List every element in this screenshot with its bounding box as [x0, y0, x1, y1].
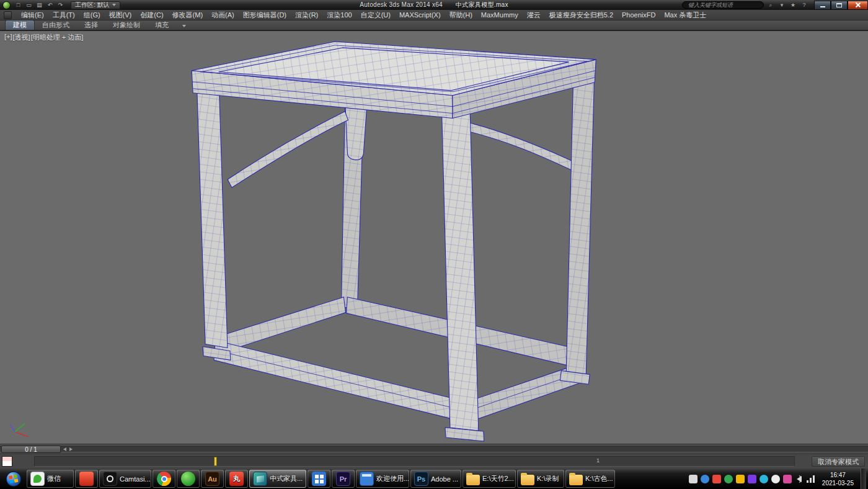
task-green-app[interactable] [177, 470, 200, 488]
viewport-shading-menu[interactable]: [明暗处理 + 边面] [31, 33, 84, 42]
app-button-icon[interactable] [4, 11, 12, 19]
stool-model[interactable] [192, 42, 596, 441]
green-app-icon [181, 472, 195, 486]
previous-frame-icon[interactable] [63, 447, 66, 451]
next-frame-icon[interactable] [69, 447, 73, 451]
menu-modifiers[interactable]: 修改器(M) [168, 10, 208, 20]
menu-slim-archive[interactable]: 极速瘦身安全归档5.2 [545, 10, 618, 20]
menu-maxmummy[interactable]: MaxMummy [477, 10, 523, 20]
track-bar[interactable] [34, 456, 795, 467]
menu-views[interactable]: 视图(V) [105, 10, 136, 20]
sign-in-icon[interactable] [777, 1, 786, 9]
viewport-label: [+] [透视] [明暗处理 + 边面] [4, 33, 83, 42]
menu-group[interactable]: 组(G) [79, 10, 105, 20]
viewport-pov-menu[interactable]: [透视] [13, 33, 30, 42]
premiere-icon: Pr [336, 472, 350, 486]
maxscript-mini-listener[interactable] [2, 456, 12, 467]
maximize-button[interactable] [831, 1, 848, 10]
network-icon[interactable] [807, 475, 815, 483]
search-icon[interactable] [766, 1, 775, 9]
menu-maxscript[interactable]: MAXScript(X) [395, 10, 445, 20]
perspective-viewport[interactable]: [+] [透视] [明暗处理 + 边面] [0, 30, 868, 444]
menu-edit[interactable]: 编辑(E) [17, 10, 48, 20]
menu-render100[interactable]: 渲染100 [322, 10, 356, 20]
3dsmax-window: 工作区: 默认 Autodesk 3ds Max 2014 x64 中式家具模型… [0, 0, 868, 489]
redo-icon[interactable] [56, 1, 65, 9]
workspace-selector[interactable]: 工作区: 默认 [71, 1, 120, 9]
key-marker[interactable] [214, 457, 217, 466]
undo-icon[interactable] [45, 1, 55, 9]
task-red-app[interactable] [75, 470, 98, 488]
task-premiere[interactable]: Pr [332, 470, 355, 488]
infocenter [682, 1, 868, 10]
close-button[interactable] [848, 1, 868, 10]
workspace-label: 工作区: 默认 [75, 1, 110, 9]
folder-icon [521, 475, 534, 485]
task-welcome[interactable]: 欢迎使用... [356, 470, 409, 488]
menu-customize[interactable]: 自定义(U) [356, 10, 395, 20]
tab-populate[interactable]: 填充 [148, 20, 176, 30]
clock-date: 2021-03-25 [822, 479, 854, 487]
3dsmax-icon [253, 472, 267, 486]
time-slider-track[interactable] [0, 446, 868, 452]
clock[interactable]: 16:47 2021-03-25 [818, 471, 857, 487]
task-label: K:\古色... [585, 474, 613, 483]
task-audition[interactable]: Au [201, 470, 224, 488]
menu-phoenixfd[interactable]: PhoenixFD [618, 10, 660, 20]
menu-animation[interactable]: 动画(A) [207, 10, 239, 20]
task-wan[interactable]: 丸 [225, 470, 248, 488]
new-scene-icon[interactable] [14, 1, 23, 9]
task-photoshop[interactable]: Ps Adobe ... [410, 470, 461, 488]
task-label: 中式家具... [270, 474, 303, 483]
app-logo-icon[interactable] [2, 1, 11, 9]
save-file-icon[interactable] [35, 1, 44, 9]
tray-app-icon[interactable] [736, 475, 745, 483]
menu-bar: 编辑(E) 工具(T) 组(G) 视图(V) 创建(C) 修改器(M) 动画(A… [0, 10, 868, 20]
time-slider-bar: 0 / 1 [0, 444, 868, 454]
task-folder-k1[interactable]: K:\录制 [517, 470, 564, 488]
cancel-expert-mode-button[interactable]: 取消专家模式 [812, 456, 865, 467]
volume-icon[interactable] [797, 476, 802, 482]
tab-selection[interactable]: 选择 [77, 20, 105, 30]
tray-app-icon[interactable] [771, 475, 780, 483]
tray-app-icon[interactable] [783, 475, 792, 483]
task-folder-k2[interactable]: K:\古色... [565, 470, 615, 488]
tray-app-icon[interactable] [724, 475, 733, 483]
minimize-button[interactable] [814, 1, 831, 10]
help-icon[interactable] [800, 1, 808, 9]
tab-modeling[interactable]: 建模 [5, 20, 35, 30]
search-input[interactable] [682, 1, 764, 9]
menu-help[interactable]: 帮助(H) [445, 10, 477, 20]
close-icon [855, 2, 861, 8]
menu-graph-editors[interactable]: 图形编辑器(D) [239, 10, 291, 20]
tray-app-icon[interactable] [748, 475, 756, 483]
viewport-general-menu[interactable]: [+] [4, 33, 12, 42]
tray-app-icon[interactable] [760, 475, 768, 483]
viewport-canvas[interactable] [0, 31, 868, 444]
menu-create[interactable]: 创建(C) [136, 10, 167, 20]
start-button[interactable] [1, 469, 25, 489]
task-folder-e[interactable]: E:\天竹2... [463, 470, 516, 488]
tray-app-icon[interactable] [701, 475, 709, 483]
window-controls [814, 1, 868, 10]
ribbon-minimize-icon[interactable] [182, 25, 186, 27]
tray-app-icon[interactable] [689, 475, 698, 483]
menu-rendering[interactable]: 渲染(R) [291, 10, 322, 20]
tab-freeform[interactable]: 自由形式 [35, 20, 77, 30]
task-label: K:\录制 [537, 474, 559, 483]
task-wechat[interactable]: 微信 [27, 470, 74, 488]
show-desktop-button[interactable] [861, 469, 866, 489]
time-slider[interactable]: 0 / 1 [1, 446, 61, 453]
menu-tools[interactable]: 工具(T) [48, 10, 79, 20]
menu-antivirus[interactable]: Max 杀毒卫士 [660, 10, 711, 20]
favorites-icon[interactable] [789, 1, 797, 9]
task-3dsmax[interactable]: 中式家具... [249, 470, 306, 488]
task-tiles-app[interactable] [308, 470, 330, 488]
tray-app-icon[interactable] [712, 475, 721, 483]
task-camtasia[interactable]: Camtasi... [99, 470, 151, 488]
open-file-icon[interactable] [24, 1, 33, 9]
tab-object-paint[interactable]: 对象绘制 [105, 20, 148, 30]
ribbon-tab-bar: 建模 自由形式 选择 对象绘制 填充 [0, 20, 868, 30]
menu-guanyun[interactable]: 灌云 [523, 10, 545, 20]
task-chrome[interactable] [153, 470, 175, 488]
